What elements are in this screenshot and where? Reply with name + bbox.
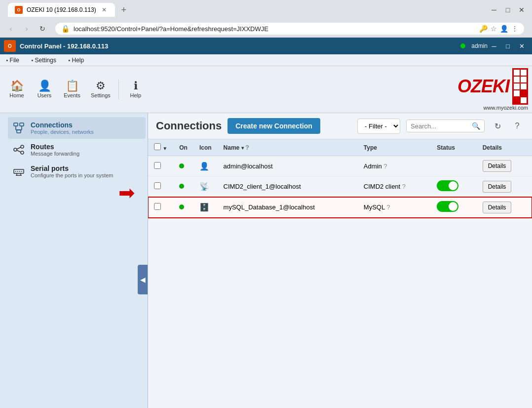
toolbar-events-button[interactable]: 📋 Events [59, 79, 85, 100]
row2-help-icon[interactable]: ? [402, 183, 406, 190]
row1-details-button[interactable]: Details [483, 160, 512, 172]
connections-title: Connections [31, 121, 94, 129]
row2-on-cell [173, 176, 193, 197]
row3-type-icon: 🗄️ [199, 203, 209, 212]
forward-button[interactable]: › [20, 22, 34, 36]
help-circle-button[interactable]: ? [510, 119, 524, 133]
toolbar-settings-button[interactable]: ⚙ Settings [87, 79, 114, 100]
svg-line-11 [17, 150, 21, 152]
row1-type: Admin [364, 163, 382, 170]
sidebar-item-connections[interactable]: Connections People, devices, networks [8, 117, 146, 139]
filter-select[interactable]: - Filter - [357, 119, 400, 134]
toolbar: 🏠 Home 👤 Users 📋 Events ⚙ Settings ℹ Hel… [0, 66, 532, 113]
toolbar-help-button[interactable]: ℹ Help [123, 79, 149, 100]
help-icon: ℹ [134, 81, 138, 91]
col-checkbox: ▼ [148, 139, 173, 156]
select-all-checkbox[interactable] [154, 143, 161, 150]
row1-checkbox-cell [148, 156, 173, 176]
row2-checkbox[interactable] [154, 182, 161, 189]
create-connection-button[interactable]: Create new Connection [228, 118, 320, 134]
row2-on-indicator [179, 184, 184, 189]
row3-details-button[interactable]: Details [483, 202, 512, 213]
row3-status-cell [431, 197, 476, 218]
reload-button[interactable]: ↻ [36, 22, 49, 36]
svg-point-8 [21, 145, 24, 148]
star-icon[interactable]: ☆ [491, 25, 497, 33]
browser-close-button[interactable]: ✕ [515, 3, 528, 16]
table-row: 👤 admin@localhost Admin ? Details [148, 156, 532, 176]
row3-name: mySQL_Database_1@localhost [224, 204, 315, 211]
svg-rect-1 [20, 123, 24, 126]
tab-close-button[interactable]: ✕ [100, 6, 108, 14]
col-on: On [173, 139, 193, 156]
new-tab-button[interactable]: + [117, 3, 131, 17]
row1-checkbox[interactable] [154, 162, 161, 169]
row3-on-cell [173, 197, 193, 218]
connections-table: ▼ On Icon Name ▾ ? Type Status Details [148, 139, 532, 408]
row1-type-icon: 👤 [199, 161, 209, 171]
row1-help-icon[interactable]: ? [383, 163, 387, 170]
menu-help[interactable]: Help [66, 56, 86, 65]
logo-grid [512, 68, 528, 105]
toolbar-separator [118, 80, 119, 99]
menu-file[interactable]: File [4, 56, 21, 65]
routes-title: Routes [31, 143, 79, 151]
row3-toggle[interactable] [437, 201, 458, 212]
routes-subtitle: Message forwarding [31, 151, 79, 157]
back-button[interactable]: ‹ [4, 22, 18, 36]
row1-on-indicator [179, 163, 184, 168]
sidebar-item-serial-ports[interactable]: Serial ports Configure the ports in your… [8, 161, 146, 182]
home-icon: 🏠 [10, 81, 24, 91]
sidebar: ➡ Connections People [0, 113, 148, 408]
browser-tab[interactable]: O OZEKI 10 (192.168.0.113) ✕ [8, 3, 115, 17]
tab-title: OZEKI 10 (192.168.0.113) [27, 6, 96, 13]
col-sort-icon: ▼ [162, 146, 167, 151]
app-close-button[interactable]: ✕ [515, 41, 528, 51]
menu-dots-icon[interactable]: ⋮ [511, 25, 518, 33]
row2-name-cell: CIMD2_client_1@localhost [218, 176, 358, 197]
col-name[interactable]: Name ▾ ? [218, 139, 358, 156]
menubar: File Settings Help [0, 54, 532, 66]
row2-toggle[interactable] [437, 180, 458, 191]
sidebar-item-routes[interactable]: Routes Message forwarding [8, 139, 146, 161]
sidebar-collapse-button[interactable]: ◀ [138, 265, 148, 294]
red-arrow-indicator: ➡ [118, 181, 135, 204]
help-label: Help [130, 92, 141, 98]
page-title: Connections [156, 120, 222, 132]
row3-toggle-knob [449, 202, 457, 211]
row1-name-cell: admin@localhost [218, 156, 358, 176]
lock-icon: 🔒 [61, 25, 70, 33]
row1-details-cell: Details [477, 156, 532, 176]
content-header: Connections Create new Connection - Filt… [148, 113, 532, 139]
row2-details-cell: Details [477, 176, 532, 197]
svg-rect-0 [14, 123, 18, 126]
browser-maximize-button[interactable]: □ [501, 3, 514, 16]
row3-checkbox[interactable] [154, 203, 161, 210]
toolbar-users-button[interactable]: 👤 Users [32, 79, 57, 100]
app-maximize-button[interactable]: □ [501, 41, 514, 51]
row2-details-button[interactable]: Details [483, 181, 512, 193]
admin-label: admin [471, 42, 488, 49]
name-help-icon[interactable]: ? [245, 144, 249, 151]
menu-settings[interactable]: Settings [29, 56, 58, 65]
table-row: 📡 CIMD2_client_1@localhost CIMD2 client … [148, 176, 532, 197]
col-icon: Icon [193, 139, 218, 156]
search-box[interactable]: 🔍 [406, 120, 485, 132]
row3-icon-cell: 🗄️ [193, 197, 218, 218]
row1-type-cell: Admin ? [358, 156, 431, 176]
browser-minimize-button[interactable]: ─ [488, 3, 500, 16]
svg-line-10 [17, 147, 21, 149]
address-bar[interactable]: 🔒 localhost:9520/Control+Panel/?a=Home&r… [55, 23, 524, 35]
toolbar-home-button[interactable]: 🏠 Home [4, 79, 30, 100]
row3-help-icon[interactable]: ? [386, 204, 390, 211]
profile-icon[interactable]: 👤 [500, 25, 508, 33]
app-minimize-button[interactable]: ─ [488, 41, 500, 51]
settings-label: Settings [91, 92, 111, 98]
key-icon: 🔑 [479, 25, 488, 33]
refresh-button[interactable]: ↻ [491, 119, 504, 133]
row1-name: admin@localhost [224, 163, 273, 170]
search-input[interactable] [411, 122, 470, 130]
row2-icon-cell: 📡 [193, 176, 218, 197]
table-row-highlighted: 🗄️ mySQL_Database_1@localhost MySQL ? [148, 197, 532, 218]
row3-name-cell: mySQL_Database_1@localhost [218, 197, 358, 218]
